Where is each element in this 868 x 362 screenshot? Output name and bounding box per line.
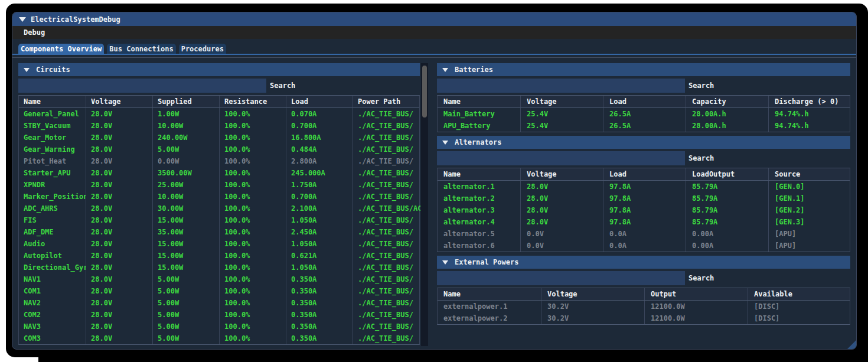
cell-loadoutput: 85.79A <box>686 216 768 228</box>
scrollbar-thumb[interactable] <box>422 66 427 118</box>
cell-load: 0.484A <box>286 144 353 155</box>
cell-output: 12100.0W <box>644 301 748 312</box>
cell-resistance: 100.0% <box>219 203 286 214</box>
table-row[interactable]: alternator.228.0V97.8A85.79A[GEN.1] <box>438 193 850 204</box>
table-row[interactable]: Gear_Motor28.0V240.00W100.0%16.800A./AC_… <box>19 132 419 144</box>
resize-grip-icon[interactable] <box>847 340 856 349</box>
column-header-load[interactable]: Load <box>603 168 686 180</box>
column-header-output[interactable]: Output <box>644 288 748 300</box>
search-label: Search <box>688 81 714 90</box>
section-header-batteries[interactable]: Batteries <box>437 63 850 76</box>
cell-name: COM2 <box>19 309 86 321</box>
cell-load: 0.0A <box>603 228 686 240</box>
cell-voltage: 28.0V <box>86 309 152 321</box>
column-header-name[interactable]: Name <box>19 96 86 107</box>
search-input[interactable] <box>18 79 266 93</box>
column-header-resistance[interactable]: Resistance <box>219 96 286 107</box>
column-header-voltage[interactable]: Voltage <box>541 288 644 300</box>
cell-available: [DISC] <box>748 301 851 312</box>
search-input[interactable] <box>437 151 685 165</box>
cell-name: COM1 <box>19 285 86 297</box>
column-header-load[interactable]: Load <box>603 96 686 107</box>
table-row[interactable]: ADF_DME28.0V35.00W100.0%2.450A./AC_TIE_B… <box>19 226 419 238</box>
cell-power-path: ./AC_TIE_BUS/ <box>353 144 420 155</box>
collapse-arrow-icon <box>24 68 30 72</box>
table-row[interactable]: Directional_Gyro28.0V15.00W100.0%1.050A.… <box>19 262 419 273</box>
table-header-row: NameVoltageOutputAvailable <box>438 288 850 301</box>
search-input[interactable] <box>437 79 685 93</box>
table-row[interactable]: Audio28.0V15.00W100.0%1.050A./AC_TIE_BUS… <box>19 238 419 250</box>
cell-power-path: ./AC_TIE_BUS/ <box>353 155 420 167</box>
column-header-load[interactable]: Load <box>286 96 353 107</box>
table-row[interactable]: alternator.60.0V0.0A0.00A[APU] <box>438 240 850 252</box>
cell-output: 12100.0W <box>644 312 748 324</box>
column-header-name[interactable]: Name <box>438 168 520 180</box>
column-header-name[interactable]: Name <box>438 288 541 300</box>
column-header-supplied[interactable]: Supplied <box>152 96 219 107</box>
cell-name: COM3 <box>19 332 86 344</box>
table-row[interactable]: NAV228.0V5.00W100.0%0.350A./AC_TIE_BUS/ <box>19 297 419 309</box>
column-header-voltage[interactable]: Voltage <box>520 168 603 180</box>
table-row[interactable]: Gear_Warning28.0V5.00W100.0%0.484A./AC_T… <box>19 144 419 155</box>
table-row[interactable]: APU_Battery25.4V26.5A28.00A.h94.74%.h <box>438 120 850 132</box>
column-header-name[interactable]: Name <box>438 96 520 107</box>
table-row[interactable]: Starter_APU28.0V3500.00W100.0%245.000A./… <box>19 167 419 179</box>
menu-bar: Debug <box>12 26 856 39</box>
cell-name: Gear_Motor <box>19 132 86 144</box>
cell-voltage: 28.0V <box>86 297 152 309</box>
cell-voltage: 28.0V <box>520 216 603 228</box>
section-header-circuits[interactable]: Circuits <box>18 63 420 76</box>
column-header-loadoutput[interactable]: LoadOutput <box>686 168 768 180</box>
cell-voltage: 25.4V <box>520 108 603 120</box>
table-row[interactable]: NAV128.0V5.00W100.0%0.350A./AC_TIE_BUS/ <box>19 273 419 285</box>
search-input[interactable] <box>437 271 685 285</box>
table-row[interactable]: COM128.0V5.00W100.0%0.350A./AC_TIE_BUS/ <box>19 285 419 297</box>
cell-name: alternator.4 <box>438 216 520 228</box>
cell-power-path: ./AC_TIE_BUS/ <box>353 285 420 297</box>
cell-resistance: 100.0% <box>219 285 286 297</box>
column-header-available[interactable]: Available <box>748 288 851 300</box>
table-row[interactable]: externalpower.230.2V12100.0W[DISC] <box>438 312 850 324</box>
table-row[interactable]: ADC_AHRS28.0V30.00W100.0%2.100A./AC_TIE_… <box>19 203 419 214</box>
column-header-voltage[interactable]: Voltage <box>520 96 603 107</box>
cell-resistance: 100.0% <box>219 132 286 144</box>
table-row[interactable]: Autopilot28.0V15.00W100.0%0.621A./AC_TIE… <box>19 250 419 262</box>
cell-load: 0.0A <box>603 240 686 252</box>
table-row[interactable]: externalpower.130.2V12100.0W[DISC] <box>438 301 850 312</box>
circuits-scrollbar[interactable] <box>421 63 428 346</box>
cell-supplied: 0.00W <box>152 155 219 167</box>
cell-resistance: 100.0% <box>219 273 286 285</box>
column-header-discharge-0-[interactable]: Discharge (> 0) <box>768 96 851 107</box>
table-row[interactable]: alternator.428.0V97.8A85.79A[GEN.3] <box>438 216 850 228</box>
cell-voltage: 28.0V <box>86 179 152 191</box>
cell-supplied: 5.00W <box>152 285 219 297</box>
column-header-power-path[interactable]: Power Path <box>353 96 420 107</box>
electrical-system-debug-window: ElectricalSystemDebug Debug Components O… <box>12 12 857 350</box>
section-header-external-powers[interactable]: External Powers <box>437 256 850 269</box>
table-row[interactable]: FIS28.0V15.00W100.0%1.050A./AC_TIE_BUS/ <box>19 214 419 226</box>
table-row[interactable]: Pitot_Heat28.0V0.00W100.0%2.800A./AC_TIE… <box>19 155 419 167</box>
table-row[interactable]: General_Panel28.0V1.00W100.0%0.070A./AC_… <box>19 108 419 120</box>
column-header-voltage[interactable]: Voltage <box>86 96 152 107</box>
table-row[interactable]: alternator.128.0V97.8A85.79A[GEN.0] <box>438 181 850 193</box>
table-row[interactable]: COM228.0V5.00W100.0%0.350A./AC_TIE_BUS/ <box>19 309 419 321</box>
menu-item-debug[interactable]: Debug <box>24 28 45 37</box>
cell-resistance: 100.0% <box>219 238 286 250</box>
window-collapse-arrow-icon[interactable] <box>19 17 26 22</box>
table-row[interactable]: COM328.0V5.00W100.0%0.350A./AC_TIE_BUS/ <box>19 332 419 344</box>
table-row[interactable]: alternator.328.0V97.8A85.79A[GEN.2] <box>438 204 850 216</box>
cell-load: 26.5A <box>603 108 686 120</box>
cell-loadoutput: 85.79A <box>686 204 768 216</box>
window-titlebar[interactable]: ElectricalSystemDebug <box>12 12 856 26</box>
column-header-source[interactable]: Source <box>768 168 851 180</box>
table-row[interactable]: Marker_Position28.0V10.00W100.0%0.700A./… <box>19 191 419 203</box>
table-row[interactable]: XPNDR28.0V25.00W100.0%1.750A./AC_TIE_BUS… <box>19 179 419 191</box>
table-row[interactable]: NAV328.0V5.00W100.0%0.350A./AC_TIE_BUS/ <box>19 321 419 332</box>
cell-voltage: 28.0V <box>86 155 152 167</box>
cell-voltage: 28.0V <box>86 132 152 144</box>
table-row[interactable]: STBY_Vacuum28.0V10.00W100.0%0.700A./AC_T… <box>19 120 419 132</box>
table-row[interactable]: alternator.50.0V0.0A0.00A[APU] <box>438 228 850 240</box>
column-header-capacity[interactable]: Capacity <box>686 96 768 107</box>
section-header-alternators[interactable]: Alternators <box>437 136 850 149</box>
table-row[interactable]: Main_Battery25.4V26.5A28.00A.h94.74%.h <box>438 108 850 120</box>
